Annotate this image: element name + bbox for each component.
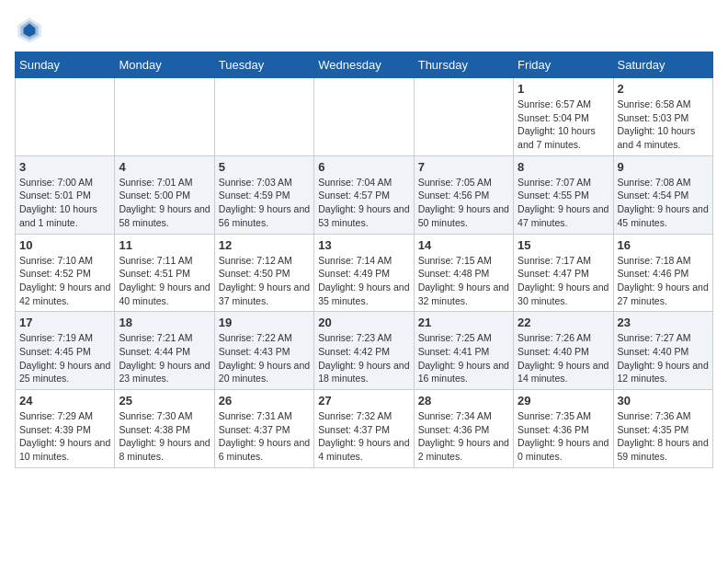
day-info: Sunset: 4:49 PM <box>318 267 409 281</box>
day-info: Daylight: 9 hours and 56 minutes. <box>219 202 310 229</box>
day-number: 9 <box>618 160 709 174</box>
day-info: Sunrise: 7:17 AM <box>518 254 609 268</box>
calendar-cell: 10Sunrise: 7:10 AMSunset: 4:52 PMDayligh… <box>16 234 115 312</box>
calendar-cell: 1Sunrise: 6:57 AMSunset: 5:04 PMDaylight… <box>514 78 613 156</box>
logo-icon <box>15 15 44 44</box>
day-number: 28 <box>418 394 509 408</box>
day-info: Sunrise: 7:27 AM <box>618 331 709 345</box>
calendar-cell: 11Sunrise: 7:11 AMSunset: 4:51 PMDayligh… <box>115 234 214 312</box>
day-number: 15 <box>518 238 609 252</box>
day-info: Sunset: 4:40 PM <box>618 345 709 359</box>
day-info: Sunset: 4:55 PM <box>518 189 609 202</box>
day-number: 8 <box>518 160 609 174</box>
day-info: Daylight: 9 hours and 6 minutes. <box>219 436 310 463</box>
day-info: Daylight: 9 hours and 4 minutes. <box>318 436 409 463</box>
day-info: Sunrise: 7:12 AM <box>219 254 310 268</box>
calendar-week-row: 3Sunrise: 7:00 AMSunset: 5:01 PMDaylight… <box>16 155 713 234</box>
day-info: Sunrise: 6:58 AM <box>618 98 709 111</box>
day-info: Sunset: 5:00 PM <box>119 189 210 202</box>
day-info: Daylight: 10 hours and 7 minutes. <box>518 124 609 151</box>
day-info: Sunset: 4:43 PM <box>219 345 310 359</box>
calendar-header-row: SundayMondayTuesdayWednesdayThursdayFrid… <box>16 52 713 78</box>
calendar-header: SundayMondayTuesdayWednesdayThursdayFrid… <box>16 52 713 78</box>
day-info: Daylight: 9 hours and 20 minutes. <box>219 359 310 385</box>
day-number: 7 <box>418 160 509 174</box>
calendar-cell <box>414 78 513 156</box>
day-info: Sunrise: 7:18 AM <box>618 254 709 268</box>
calendar-cell: 6Sunrise: 7:04 AMSunset: 4:57 PMDaylight… <box>314 155 414 234</box>
day-info: Sunrise: 7:23 AM <box>318 331 409 345</box>
day-info: Sunrise: 7:25 AM <box>418 331 509 345</box>
day-info: Sunset: 4:57 PM <box>318 189 409 202</box>
day-number: 19 <box>219 316 310 329</box>
day-info: Sunrise: 7:03 AM <box>219 176 310 190</box>
day-info: Sunset: 4:36 PM <box>518 423 609 437</box>
day-number: 29 <box>518 394 609 408</box>
day-info: Daylight: 9 hours and 12 minutes. <box>618 359 709 385</box>
day-info: Sunrise: 7:07 AM <box>518 176 609 190</box>
day-info: Daylight: 9 hours and 35 minutes. <box>318 281 409 307</box>
day-info: Sunset: 4:35 PM <box>618 423 709 437</box>
day-info: Sunset: 4:48 PM <box>418 267 509 281</box>
day-info: Sunrise: 7:05 AM <box>418 176 509 190</box>
calendar-cell: 3Sunrise: 7:00 AMSunset: 5:01 PMDaylight… <box>16 155 115 234</box>
day-number: 20 <box>318 316 409 329</box>
calendar-week-row: 17Sunrise: 7:19 AMSunset: 4:45 PMDayligh… <box>16 312 713 390</box>
calendar-cell: 27Sunrise: 7:32 AMSunset: 4:37 PMDayligh… <box>314 390 414 468</box>
day-info: Daylight: 9 hours and 50 minutes. <box>418 202 509 229</box>
day-info: Daylight: 9 hours and 32 minutes. <box>418 281 509 307</box>
day-info: Daylight: 9 hours and 30 minutes. <box>518 281 609 307</box>
day-number: 26 <box>219 394 310 408</box>
calendar-cell: 25Sunrise: 7:30 AMSunset: 4:38 PMDayligh… <box>115 390 214 468</box>
day-info: Sunset: 4:42 PM <box>318 345 409 359</box>
calendar-cell <box>115 78 214 156</box>
day-info: Sunrise: 7:01 AM <box>119 176 210 190</box>
day-info: Sunset: 4:44 PM <box>119 345 210 359</box>
day-info: Sunrise: 7:35 AM <box>518 409 609 423</box>
calendar-week-row: 10Sunrise: 7:10 AMSunset: 4:52 PMDayligh… <box>16 234 713 312</box>
calendar-cell: 7Sunrise: 7:05 AMSunset: 4:56 PMDaylight… <box>414 155 513 234</box>
day-info: Sunset: 5:03 PM <box>618 111 709 125</box>
day-info: Sunrise: 7:21 AM <box>119 331 210 345</box>
calendar-cell: 12Sunrise: 7:12 AMSunset: 4:50 PMDayligh… <box>214 234 313 312</box>
day-info: Sunrise: 7:31 AM <box>219 409 310 423</box>
day-info: Sunrise: 7:32 AM <box>318 409 409 423</box>
day-of-week-header: Saturday <box>613 52 712 78</box>
day-info: Sunrise: 7:36 AM <box>618 409 709 423</box>
day-info: Daylight: 9 hours and 16 minutes. <box>418 359 509 385</box>
calendar-cell: 4Sunrise: 7:01 AMSunset: 5:00 PMDaylight… <box>115 155 214 234</box>
calendar-cell: 28Sunrise: 7:34 AMSunset: 4:36 PMDayligh… <box>414 390 513 468</box>
calendar-cell: 22Sunrise: 7:26 AMSunset: 4:40 PMDayligh… <box>514 312 613 390</box>
day-info: Daylight: 9 hours and 2 minutes. <box>418 436 509 463</box>
calendar-cell: 9Sunrise: 7:08 AMSunset: 4:54 PMDaylight… <box>613 155 712 234</box>
day-number: 21 <box>418 316 509 329</box>
day-info: Sunrise: 7:14 AM <box>318 254 409 268</box>
day-info: Daylight: 9 hours and 10 minutes. <box>19 436 110 463</box>
day-of-week-header: Thursday <box>414 52 513 78</box>
day-of-week-header: Monday <box>115 52 214 78</box>
calendar-cell: 2Sunrise: 6:58 AMSunset: 5:03 PMDaylight… <box>613 78 712 156</box>
day-info: Sunset: 4:45 PM <box>19 345 110 359</box>
calendar-cell: 30Sunrise: 7:36 AMSunset: 4:35 PMDayligh… <box>613 390 712 468</box>
calendar-cell: 20Sunrise: 7:23 AMSunset: 4:42 PMDayligh… <box>314 312 414 390</box>
day-info: Daylight: 9 hours and 47 minutes. <box>518 202 609 229</box>
day-number: 2 <box>618 82 709 96</box>
day-info: Daylight: 9 hours and 45 minutes. <box>618 202 709 229</box>
day-of-week-header: Wednesday <box>314 52 414 78</box>
day-info: Sunrise: 7:34 AM <box>418 409 509 423</box>
day-info: Daylight: 9 hours and 37 minutes. <box>219 281 310 307</box>
logo <box>15 15 48 44</box>
day-number: 12 <box>219 238 310 252</box>
calendar-cell: 16Sunrise: 7:18 AMSunset: 4:46 PMDayligh… <box>613 234 712 312</box>
day-info: Sunset: 5:01 PM <box>19 189 110 202</box>
day-number: 11 <box>119 238 210 252</box>
day-number: 14 <box>418 238 509 252</box>
day-number: 10 <box>19 238 110 252</box>
calendar-cell <box>16 78 115 156</box>
day-info: Daylight: 8 hours and 59 minutes. <box>618 436 709 463</box>
day-info: Sunset: 4:56 PM <box>418 189 509 202</box>
day-info: Sunrise: 7:08 AM <box>618 176 709 190</box>
day-number: 27 <box>318 394 409 408</box>
calendar-cell: 21Sunrise: 7:25 AMSunset: 4:41 PMDayligh… <box>414 312 513 390</box>
day-info: Daylight: 9 hours and 18 minutes. <box>318 359 409 385</box>
